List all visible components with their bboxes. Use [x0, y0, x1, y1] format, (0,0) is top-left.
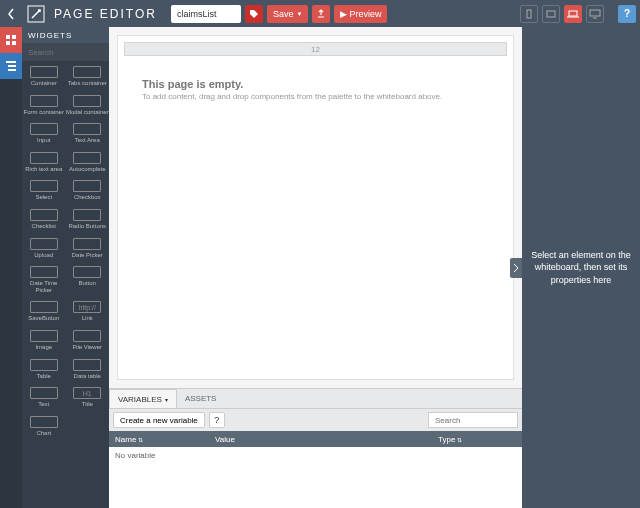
properties-placeholder: Select an element on the whiteboard, the… — [530, 249, 632, 287]
app-title: PAGE EDITOR — [54, 7, 157, 21]
widget-label: Title — [82, 401, 93, 408]
widget-text-area[interactable]: Text Area — [66, 122, 110, 145]
variables-table: Name⇅ Value Type⇅ No variable — [109, 431, 522, 508]
svg-rect-5 — [590, 10, 600, 16]
widget-icon — [30, 359, 58, 371]
widget-icon — [73, 152, 101, 164]
upload-icon — [316, 9, 326, 19]
preview-button[interactable]: ▶ Preview — [334, 5, 387, 23]
widget-rich-text-area[interactable]: Rich text area — [22, 151, 66, 174]
widget-input[interactable]: Input — [22, 122, 66, 145]
widget-icon — [30, 66, 58, 78]
widget-upload[interactable]: Upload — [22, 237, 66, 260]
phone-icon — [525, 9, 533, 19]
widget-icon — [73, 180, 101, 192]
tag-icon — [249, 9, 259, 19]
svg-rect-8 — [12, 35, 16, 39]
svg-rect-7 — [6, 35, 10, 39]
rail-tree[interactable] — [0, 53, 22, 79]
empty-subtitle: To add content, drag and drop components… — [142, 92, 489, 101]
page-name-input[interactable] — [171, 5, 241, 23]
variables-empty: No variable — [109, 447, 522, 464]
desktop-icon — [589, 9, 601, 19]
widget-label: Rich text area — [25, 166, 62, 173]
widget-select[interactable]: Select — [22, 179, 66, 202]
widget-radio-buttons[interactable]: Radio Buttons — [66, 208, 110, 231]
column-ruler[interactable]: 12 — [124, 42, 507, 56]
widget-link[interactable]: http://Link — [66, 300, 110, 323]
help-button[interactable]: ? — [618, 5, 636, 23]
width-sm-button[interactable] — [542, 5, 560, 23]
widget-chart[interactable]: Chart — [22, 415, 66, 438]
widget-form-container[interactable]: Form container — [22, 94, 66, 117]
widget-savebutton[interactable]: SaveButton — [22, 300, 66, 323]
back-button[interactable] — [0, 0, 22, 27]
variable-help-button[interactable]: ? — [209, 412, 225, 428]
width-xs-button[interactable] — [520, 5, 538, 23]
app-logo — [26, 4, 46, 24]
topbar: PAGE EDITOR Save ▼ ▶ Preview ? — [0, 0, 640, 27]
widget-label: Tabs container — [68, 80, 107, 87]
question-icon: ? — [624, 8, 630, 19]
center-area: 12 This page is empty. To add content, d… — [109, 27, 522, 508]
widget-icon — [73, 123, 101, 135]
widget-text[interactable]: Text — [22, 386, 66, 409]
variables-search[interactable] — [428, 412, 518, 428]
widget-tabs-container[interactable]: Tabs container — [66, 65, 110, 88]
widget-label: Text — [38, 401, 49, 408]
widget-icon — [30, 416, 58, 428]
widget-checklist[interactable]: Checklist — [22, 208, 66, 231]
svg-rect-2 — [547, 11, 555, 17]
widget-date-time-picker[interactable]: Date Time Picker — [22, 265, 66, 294]
save-button[interactable]: Save ▼ — [267, 5, 308, 23]
widget-autocomplete[interactable]: Autocomplete — [66, 151, 110, 174]
widget-label: Upload — [34, 252, 53, 259]
widget-icon — [30, 330, 58, 342]
width-md-button[interactable] — [564, 5, 582, 23]
rail-widgets[interactable] — [0, 27, 22, 53]
properties-collapse[interactable] — [510, 258, 522, 278]
widget-checkbox[interactable]: Checkbox — [66, 179, 110, 202]
widget-icon — [30, 95, 58, 107]
properties-panel: Select an element on the whiteboard, the… — [522, 27, 640, 508]
tab-variables[interactable]: VARIABLES ▾ — [109, 389, 177, 408]
widget-date-picker[interactable]: Date Picker — [66, 237, 110, 260]
widgets-search[interactable] — [22, 43, 109, 61]
widget-table[interactable]: Table — [22, 358, 66, 381]
svg-rect-12 — [8, 65, 16, 67]
widget-image[interactable]: Image — [22, 329, 66, 352]
svg-rect-11 — [6, 61, 16, 63]
widget-label: Input — [37, 137, 50, 144]
widget-label: Checkbox — [74, 194, 101, 201]
widget-container[interactable]: Container — [22, 65, 66, 88]
canvas[interactable]: 12 This page is empty. To add content, d… — [109, 27, 522, 388]
left-rail — [0, 27, 22, 508]
create-variable-button[interactable]: Create a new variable — [113, 412, 205, 428]
col-name[interactable]: Name⇅ — [109, 431, 209, 447]
col-type[interactable]: Type⇅ — [432, 431, 522, 447]
widget-data-table[interactable]: Data table — [66, 358, 110, 381]
col-value[interactable]: Value — [209, 431, 432, 447]
widgets-palette: WIDGETS ContainerTabs containerForm cont… — [22, 27, 109, 508]
widget-title[interactable]: H1Title — [66, 386, 110, 409]
widget-label: Radio Buttons — [68, 223, 106, 230]
widget-icon — [73, 330, 101, 342]
tag-button[interactable] — [245, 5, 263, 23]
widget-button[interactable]: Button — [66, 265, 110, 294]
widget-label: Image — [35, 344, 52, 351]
caret-down-icon: ▾ — [165, 396, 168, 403]
chevron-right-icon — [513, 263, 519, 273]
tab-assets[interactable]: ASSETS — [177, 389, 225, 408]
widget-label: Form container — [24, 109, 64, 116]
widget-icon — [73, 238, 101, 250]
widget-modal-container[interactable]: Modal container — [66, 94, 110, 117]
widget-icon — [73, 359, 101, 371]
widget-icon — [73, 66, 101, 78]
width-lg-button[interactable] — [586, 5, 604, 23]
widget-label: Date Time Picker — [22, 280, 66, 293]
question-icon: ? — [214, 415, 219, 425]
empty-state: This page is empty. To add content, drag… — [118, 62, 513, 117]
export-button[interactable] — [312, 5, 330, 23]
widget-file-viewer[interactable]: File Viewer — [66, 329, 110, 352]
widgets-header: WIDGETS — [22, 27, 109, 43]
